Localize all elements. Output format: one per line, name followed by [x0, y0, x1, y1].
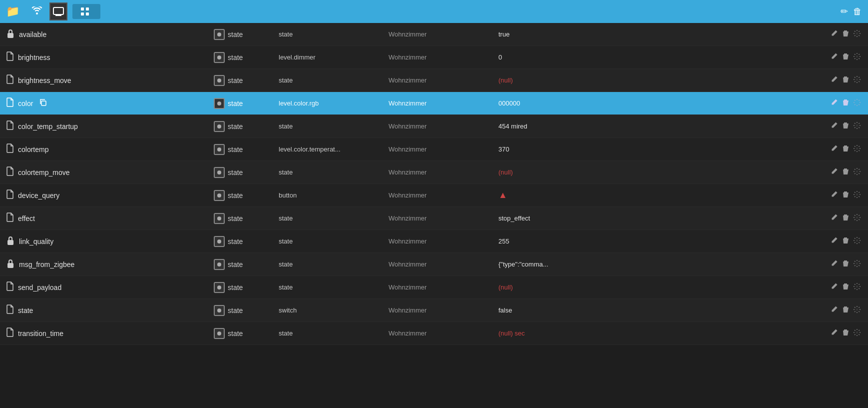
col-room-colortemp_move: Wohnzimmer: [389, 168, 498, 176]
settings-row-icon[interactable]: [853, 190, 861, 200]
state-circle: [214, 75, 225, 86]
svg-rect-18: [7, 263, 13, 268]
edit-row-icon[interactable]: [831, 144, 838, 154]
table-row[interactable]: color_temp_startupstatestateWohnzimmer45…: [0, 115, 868, 138]
svg-rect-1: [81, 8, 84, 10]
col-actions-device_query: [764, 190, 864, 200]
edit-row-icon[interactable]: [831, 306, 838, 315]
edit-icon[interactable]: ✏: [841, 6, 848, 17]
type-label: state: [228, 100, 243, 108]
edit-row-icon[interactable]: [831, 98, 838, 108]
table-row[interactable]: availablestatestateWohnzimmertrue: [0, 23, 868, 46]
row-name-transition_time: transition_time: [18, 330, 63, 338]
edit-row-icon[interactable]: [831, 190, 838, 200]
row-name-available: available: [19, 30, 46, 38]
row-name-colortemp: colortemp: [18, 146, 48, 154]
edit-row-icon[interactable]: [831, 168, 838, 177]
settings-row-icon[interactable]: [853, 214, 861, 223]
settings-row-icon[interactable]: [853, 98, 861, 108]
edit-row-icon[interactable]: [831, 282, 838, 292]
svg-rect-16: [7, 240, 13, 245]
col-type-colortemp: state: [214, 144, 279, 155]
delete-row-icon[interactable]: [842, 282, 849, 292]
svg-point-17: [856, 240, 859, 242]
row-name-colortemp_move: colortemp_move: [18, 168, 70, 176]
type-label: state: [228, 30, 243, 38]
col-room-device_query: Wohnzimmer: [389, 192, 498, 199]
delete-row-icon[interactable]: [842, 214, 849, 224]
delete-row-icon[interactable]: [842, 306, 849, 316]
svg-point-12: [856, 148, 859, 150]
edit-row-icon[interactable]: [831, 214, 838, 223]
device-image-icon: [49, 2, 67, 20]
col-type-state: state: [214, 305, 279, 316]
table-row[interactable]: statestateswitchWohnzimmerfalse: [0, 299, 868, 322]
table-row[interactable]: colortempstatelevel.color.temperat...Woh…: [0, 138, 868, 161]
wifi-icon: [31, 6, 42, 16]
col-type-colortemp_move: state: [214, 167, 279, 178]
settings-row-icon[interactable]: [853, 168, 861, 177]
delete-row-icon[interactable]: [842, 328, 849, 338]
svg-point-13: [856, 170, 859, 173]
delete-row-icon[interactable]: [842, 98, 849, 108]
table-row[interactable]: send_payloadstatestateWohnzimmer(null): [0, 276, 868, 299]
col-actions-msg_from_zigbee: [764, 260, 864, 270]
edit-row-icon[interactable]: [831, 52, 838, 62]
col-room-transition_time: Wohnzimmer: [389, 330, 498, 337]
row-name-state: state: [18, 306, 33, 314]
settings-row-icon[interactable]: [853, 328, 861, 338]
delete-row-icon[interactable]: [842, 52, 849, 62]
delete-row-icon[interactable]: [842, 260, 849, 270]
table-row[interactable]: effectstatestateWohnzimmerstop_effect: [0, 207, 868, 230]
svg-point-8: [856, 78, 859, 81]
table-row[interactable]: transition_timestatestateWohnzimmer(null…: [0, 322, 868, 345]
table-row[interactable]: link_qualitystatestateWohnzimmer255: [0, 230, 868, 253]
table-row[interactable]: msg_from_zigbeestatestateWohnzimmer{"typ…: [0, 253, 868, 276]
delete-row-icon[interactable]: [842, 30, 849, 40]
copy-icon[interactable]: [39, 98, 47, 108]
col-value-brightness: 0: [498, 54, 764, 61]
col-actions-effect: [764, 214, 864, 224]
table-row[interactable]: color statelevel.color.rgbWohnzimmer0000…: [0, 92, 868, 115]
col-name-brightness: brightness: [4, 51, 214, 64]
edit-row-icon[interactable]: [831, 260, 838, 269]
settings-row-icon[interactable]: [853, 30, 861, 39]
settings-row-icon[interactable]: [853, 306, 861, 315]
delete-row-icon[interactable]: [842, 236, 849, 246]
settings-row-icon[interactable]: [853, 144, 861, 154]
table-row[interactable]: colortemp_movestatestateWohnzimmer(null): [0, 161, 868, 184]
settings-row-icon[interactable]: [853, 122, 861, 131]
delete-row-icon[interactable]: [842, 190, 849, 200]
col-actions-colortemp: [764, 144, 864, 154]
settings-row-icon[interactable]: [853, 52, 861, 62]
edit-row-icon[interactable]: [831, 30, 838, 39]
delete-row-icon[interactable]: [842, 144, 849, 154]
settings-row-icon[interactable]: [853, 76, 861, 85]
settings-row-icon[interactable]: [853, 236, 861, 246]
delete-icon[interactable]: 🗑: [853, 6, 862, 17]
edit-row-icon[interactable]: [831, 328, 838, 338]
table-row[interactable]: device_querystatebuttonWohnzimmer▲: [0, 184, 868, 207]
settings-row-icon[interactable]: [853, 260, 861, 269]
state-circle: [214, 328, 225, 339]
settings-row-icon[interactable]: [853, 282, 861, 292]
type-label: state: [228, 284, 243, 292]
delete-row-icon[interactable]: [842, 122, 849, 132]
table-row[interactable]: brightness_movestatestateWohnzimmer(null…: [0, 69, 868, 92]
device-tab[interactable]: [72, 4, 100, 19]
delete-row-icon[interactable]: [842, 168, 849, 178]
col-value-effect: stop_effect: [498, 214, 764, 222]
delete-row-icon[interactable]: [842, 76, 849, 86]
col-actions-color_temp_startup: [764, 122, 864, 132]
table-row[interactable]: brightnessstatelevel.dimmerWohnzimmer0: [0, 46, 868, 69]
edit-row-icon[interactable]: [831, 122, 838, 131]
col-name-colortemp: colortemp: [4, 143, 214, 156]
col-room-link_quality: Wohnzimmer: [389, 238, 498, 245]
col-room-effect: Wohnzimmer: [389, 214, 498, 222]
col-type-msg_from_zigbee: state: [214, 259, 279, 270]
state-circle: [214, 282, 225, 293]
col-value-send_payload: (null): [498, 284, 764, 291]
edit-row-icon[interactable]: [831, 76, 838, 85]
col-room-brightness_move: Wohnzimmer: [389, 76, 498, 84]
edit-row-icon[interactable]: [831, 236, 838, 246]
